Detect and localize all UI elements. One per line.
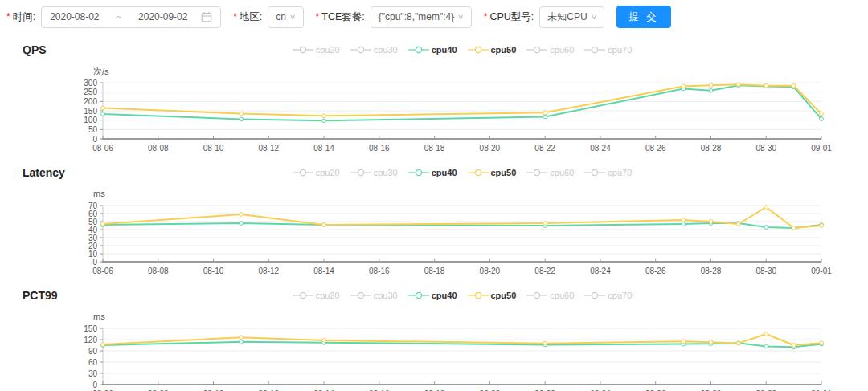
data-point-cpu50[interactable]: [764, 332, 768, 336]
x-tick-label: 08-24: [590, 267, 611, 275]
legend-item-cpu40[interactable]: cpu40: [408, 45, 457, 55]
required-asterisk: *: [484, 12, 488, 22]
data-point-cpu50[interactable]: [709, 220, 713, 224]
legend-item-label: cpu30: [374, 168, 398, 177]
pct99-line-chart[interactable]: 030609012015008-0608-0808-1008-1208-1408…: [0, 324, 868, 391]
data-point-cpu50[interactable]: [736, 222, 740, 226]
data-point-cpu50[interactable]: [820, 224, 824, 228]
qps-line-chart[interactable]: 05010015020025030008-0608-0808-1008-1208…: [0, 78, 868, 155]
qps-section-title: QPS: [23, 43, 47, 56]
data-point-cpu40[interactable]: [709, 88, 713, 92]
data-point-cpu50[interactable]: [736, 341, 740, 345]
legend-marker-icon: [468, 291, 489, 299]
region-select[interactable]: cn ∨: [268, 6, 303, 28]
data-point-cpu50[interactable]: [736, 83, 740, 87]
y-tick-label: 100: [84, 116, 97, 124]
tce-package-select[interactable]: {"cpu":8,"mem":4} ∨: [371, 6, 472, 28]
legend-marker-icon: [526, 169, 547, 177]
start-date-value[interactable]: 2020-08-02: [50, 11, 99, 22]
data-point-cpu50[interactable]: [792, 226, 796, 230]
chevron-down-icon: ∨: [289, 13, 297, 21]
required-asterisk: *: [316, 12, 320, 22]
data-point-cpu50[interactable]: [543, 111, 547, 115]
x-tick-label: 08-12: [259, 144, 280, 153]
legend-item-cpu70[interactable]: cpu70: [584, 168, 632, 177]
data-point-cpu50[interactable]: [101, 106, 105, 110]
legend-item-cpu20[interactable]: cpu20: [293, 45, 340, 55]
cpu-model-select[interactable]: 未知CPU ∨: [539, 6, 604, 28]
data-point-cpu50[interactable]: [764, 206, 768, 210]
data-point-cpu50[interactable]: [682, 218, 686, 222]
data-point-cpu50[interactable]: [764, 83, 768, 88]
data-point-cpu50[interactable]: [820, 112, 824, 116]
y-tick-label: 60: [88, 210, 98, 218]
data-point-cpu50[interactable]: [682, 340, 686, 344]
region-select-value: cn: [276, 11, 286, 22]
data-point-cpu50[interactable]: [543, 341, 547, 345]
x-tick-label: 08-10: [203, 144, 224, 153]
legend-item-label: cpu40: [432, 291, 457, 300]
latency-line-chart[interactable]: 01020304050607008-0608-0808-1008-1208-14…: [0, 201, 868, 278]
y-tick-label: 60: [88, 358, 98, 367]
data-point-cpu50[interactable]: [240, 213, 244, 217]
data-point-cpu50[interactable]: [709, 83, 713, 88]
y-tick-label: 70: [88, 202, 98, 210]
data-point-cpu40[interactable]: [322, 119, 326, 123]
legend-item-cpu30[interactable]: cpu30: [350, 291, 398, 300]
y-tick-label: 120: [84, 336, 97, 344]
data-point-cpu40[interactable]: [101, 112, 105, 116]
legend-item-cpu50[interactable]: cpu50: [468, 168, 517, 177]
legend-item-cpu50[interactable]: cpu50: [468, 45, 517, 55]
legend-item-cpu60[interactable]: cpu60: [526, 168, 574, 177]
legend-item-cpu30[interactable]: cpu30: [350, 45, 398, 55]
legend-marker-icon: [408, 169, 429, 177]
filter-tce-package: * TCE套餐: {"cpu":8,"mem":4} ∨: [316, 6, 472, 28]
legend-marker-icon: [526, 46, 547, 54]
legend-item-cpu60[interactable]: cpu60: [526, 45, 574, 55]
date-range-picker[interactable]: 2020-08-02 ~ 2020-09-02: [41, 6, 221, 28]
data-point-cpu50[interactable]: [543, 222, 547, 226]
x-tick-label: 08-26: [645, 267, 666, 275]
data-point-cpu50[interactable]: [792, 344, 796, 348]
data-point-cpu50[interactable]: [101, 343, 105, 347]
data-point-cpu50[interactable]: [322, 114, 326, 118]
data-point-cpu50[interactable]: [820, 341, 824, 345]
legend-item-cpu50[interactable]: cpu50: [468, 291, 517, 300]
tce-filter-label: TCE套餐:: [321, 10, 364, 24]
data-point-cpu40[interactable]: [820, 117, 824, 121]
legend-item-cpu20[interactable]: cpu20: [293, 291, 340, 300]
y-tick-label: 150: [84, 107, 97, 116]
qps-legend: cpu20cpu30cpu40cpu50cpu60cpu70: [103, 45, 821, 55]
legend-item-cpu20[interactable]: cpu20: [293, 168, 340, 177]
data-point-cpu40[interactable]: [764, 226, 768, 230]
legend-item-cpu60[interactable]: cpu60: [526, 291, 574, 300]
x-tick-label: 08-16: [369, 144, 390, 153]
data-point-cpu50[interactable]: [322, 223, 326, 227]
data-point-cpu40[interactable]: [240, 117, 244, 121]
data-point-cpu50[interactable]: [101, 222, 105, 226]
x-tick-label: 09-01: [811, 267, 832, 275]
data-point-cpu50[interactable]: [322, 339, 326, 343]
data-point-cpu40[interactable]: [764, 344, 768, 348]
data-point-cpu50[interactable]: [709, 340, 713, 344]
data-point-cpu40[interactable]: [240, 222, 244, 226]
data-point-cpu40[interactable]: [240, 340, 244, 344]
data-point-cpu50[interactable]: [240, 336, 244, 340]
x-tick-label: 08-20: [480, 267, 501, 275]
legend-item-cpu30[interactable]: cpu30: [350, 168, 398, 177]
cpu-model-value: 未知CPU: [547, 10, 587, 24]
data-point-cpu50[interactable]: [682, 84, 686, 88]
legend-item-cpu70[interactable]: cpu70: [584, 291, 632, 300]
end-date-value[interactable]: 2020-09-02: [138, 11, 187, 22]
submit-button[interactable]: 提 交: [616, 6, 670, 28]
legend-item-cpu40[interactable]: cpu40: [408, 168, 457, 177]
latency-y-axis-unit: ms: [93, 189, 868, 199]
data-point-cpu50[interactable]: [792, 83, 796, 88]
data-point-cpu50[interactable]: [240, 112, 244, 116]
legend-item-cpu70[interactable]: cpu70: [584, 45, 632, 55]
legend-marker-icon: [584, 46, 605, 54]
filter-region: * 地区: cn ∨: [233, 6, 303, 28]
data-point-cpu40[interactable]: [543, 115, 547, 119]
legend-item-cpu40[interactable]: cpu40: [408, 291, 457, 300]
data-point-cpu40[interactable]: [682, 222, 686, 226]
